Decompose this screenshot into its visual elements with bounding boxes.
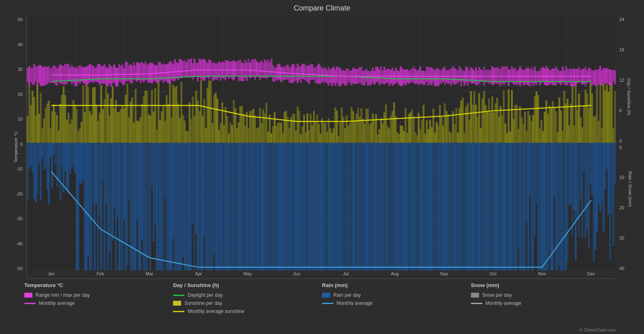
y-tick-right-rain-0: 0 <box>618 145 640 150</box>
x-tick-apr: Apr <box>174 271 223 279</box>
main-chart-canvas <box>27 15 616 270</box>
y-tick-right-18: 18 <box>618 47 640 52</box>
y-tick-n40: -40 <box>4 241 24 246</box>
legend-title-temp: Temperature °C <box>24 282 173 288</box>
legend-swatch-rain <box>322 293 330 298</box>
chart-area: Temperature °C 50 40 30 20 10 0 -10 -20 … <box>0 15 644 279</box>
legend-item-temp-range: Range min / max per day <box>24 292 173 298</box>
legend-label-rain-avg: Monthly average <box>337 300 373 306</box>
y-tick-right-rain-40: 40 <box>618 266 640 271</box>
y-tick-right-rain-30: 30 <box>618 236 640 240</box>
y-tick-40: 40 <box>4 42 24 47</box>
legend-section-rain: Rain (mm) Rain per day Monthly average <box>322 282 471 324</box>
x-tick-jan: Jan <box>27 271 76 279</box>
y-axis-left-label: Temperature °C <box>13 131 18 162</box>
y-axis-left: Temperature °C 50 40 30 20 10 0 -10 -20 … <box>4 15 26 279</box>
legend-item-daylight: Daylight per day <box>173 292 322 298</box>
legend-swatch-snow <box>471 293 479 298</box>
legend-swatch-temp-range <box>24 293 32 298</box>
legend-item-sunshine-swatch: Sunshine per day <box>173 300 322 306</box>
legend: Temperature °C Range min / max per day M… <box>0 279 644 328</box>
legend-section-snow: Snow (mm) Snow per day Monthly average <box>471 282 620 324</box>
legend-label-rain: Rain per day <box>334 292 361 298</box>
chart-inner: Koh Rong Koh Rong ClimeChart.com ClimeCh… <box>26 15 616 279</box>
x-tick-jul: Jul <box>321 271 370 279</box>
legend-label-snow: Snow per day <box>482 292 512 298</box>
y-tick-right-24: 24 <box>618 17 640 22</box>
legend-item-temp-avg: Monthly average <box>24 300 173 306</box>
legend-line-temp-avg <box>24 303 36 304</box>
y-tick-n20: -20 <box>4 191 24 196</box>
x-tick-sep: Sep <box>419 271 468 279</box>
x-tick-dec: Dec <box>567 271 616 279</box>
legend-title-rain: Rain (mm) <box>322 282 471 288</box>
copyright: © ClimeChart.com <box>0 328 644 334</box>
y-tick-20: 20 <box>4 92 24 97</box>
legend-swatch-sunshine <box>173 301 181 306</box>
legend-item-snow-avg: Monthly average <box>471 300 620 306</box>
y-axis-right: Day / Sunshine (h) Rain / Snow (mm) 24 1… <box>616 15 640 279</box>
legend-item-snow-swatch: Snow per day <box>471 292 620 298</box>
legend-label-snow-avg: Monthly average <box>486 300 522 306</box>
chart-title: Compare Climate <box>0 4 644 13</box>
y-tick-n30: -30 <box>4 216 24 221</box>
legend-title-snow: Snow (mm) <box>471 282 620 288</box>
x-tick-oct: Oct <box>469 271 517 279</box>
legend-section-sunshine: Day / Sunshine (h) Daylight per day Suns… <box>173 282 322 324</box>
x-tick-nov: Nov <box>517 271 566 279</box>
x-tick-feb: Feb <box>76 271 125 279</box>
canvas-wrapper <box>27 15 616 270</box>
legend-label-temp-range: Range min / max per day <box>36 292 90 298</box>
y-axis-right-label-rain: Rain / Snow (mm) <box>628 171 633 207</box>
y-tick-10: 10 <box>4 117 24 121</box>
y-tick-right-0: 0 <box>618 138 640 143</box>
x-axis: Jan Feb Mar Apr May Jun Jul Aug Sep Oct … <box>27 270 616 279</box>
x-tick-may: May <box>223 271 272 279</box>
main-container: Compare Climate Temperature °C 50 40 30 … <box>0 0 644 334</box>
x-tick-jun: Jun <box>272 271 321 279</box>
y-tick-n10: -10 <box>4 166 24 171</box>
legend-item-sunshine-avg: Monthly average sunshine <box>173 308 322 314</box>
legend-item-rain-swatch: Rain per day <box>322 292 471 298</box>
y-tick-n50: -50 <box>4 266 24 271</box>
legend-section-temperature: Temperature °C Range min / max per day M… <box>24 282 173 324</box>
legend-line-daylight <box>173 295 184 296</box>
legend-label-sunshine-avg: Monthly average sunshine <box>188 308 244 314</box>
legend-item-rain-avg: Monthly average <box>322 300 471 306</box>
y-tick-50: 50 <box>4 17 24 22</box>
y-axis-right-label-sunshine: Day / Sunshine (h) <box>626 78 631 115</box>
x-tick-aug: Aug <box>370 271 419 279</box>
y-tick-30: 30 <box>4 67 24 72</box>
legend-label-sunshine: Sunshine per day <box>184 300 222 306</box>
legend-line-rain-avg <box>322 303 334 304</box>
legend-line-snow-avg <box>471 303 482 304</box>
x-tick-mar: Mar <box>125 271 174 279</box>
legend-title-sunshine: Day / Sunshine (h) <box>173 282 322 288</box>
legend-label-temp-avg: Monthly average <box>39 300 75 306</box>
legend-label-daylight: Daylight per day <box>188 292 223 298</box>
legend-line-sunshine-avg <box>173 311 184 312</box>
